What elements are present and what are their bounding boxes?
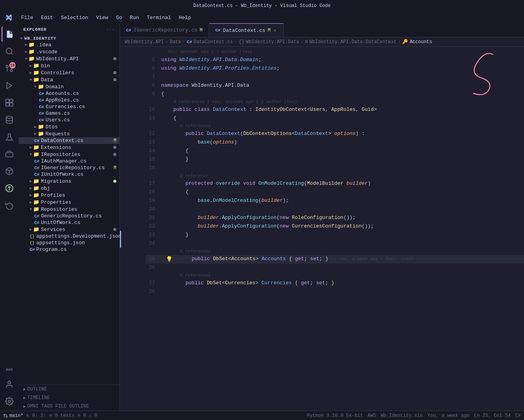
code-line-5: 5 using WbIdentity.API.Data.Domain; xyxy=(146,56,524,65)
location-status[interactable]: Ln 25, Col 54 xyxy=(474,413,511,418)
tree-item-irepositories[interactable]: ▼ 📁 IRepositories xyxy=(19,151,120,158)
line-numbers xyxy=(120,47,139,411)
tree-item-games-cs[interactable]: C# Games.cs xyxy=(19,110,120,117)
breadcrumb-part-6[interactable]: Accounts xyxy=(410,39,432,45)
menu-go[interactable]: Go xyxy=(113,13,125,22)
code-line-20: 20 xyxy=(146,205,524,214)
menu-file[interactable]: File xyxy=(18,13,36,22)
tree-item-program-cs[interactable]: C# Program.cs xyxy=(19,246,120,253)
tree-item-idea[interactable]: ▶ 📁 .idea xyxy=(19,41,120,48)
code-line-22: 22 builder.ApplyConfiguration(new Curren… xyxy=(146,222,524,231)
sidebar-menu-icon[interactable]: ··· xyxy=(106,27,115,32)
breadcrumb-part-1[interactable]: WbIdentity.API xyxy=(125,39,164,45)
tree-item-repositories[interactable]: ▼ 📁 Repositories xyxy=(19,206,120,213)
tree-item-profiles[interactable]: ▶ 📁 Profiles xyxy=(19,192,120,199)
solution-label: Wb_Identity.sln xyxy=(381,413,423,418)
tree-item-appsettings-dev-json[interactable]: {} appsettings.Development.json xyxy=(19,233,120,240)
menu-selection[interactable]: Selection xyxy=(58,13,91,22)
menu-view[interactable]: View xyxy=(93,13,111,22)
code-editor[interactable]: You, seconds ago | 1 author (You) 5 usin… xyxy=(120,47,524,411)
tree-item-vscode[interactable]: ▶ 📁 .vscode xyxy=(19,48,120,55)
breadcrumb-part-5[interactable]: WbIdentity.API.Data.DataContext xyxy=(309,39,396,45)
svg-rect-12 xyxy=(6,152,13,157)
breadcrumb-part-3[interactable]: DataContext.cs xyxy=(193,39,233,45)
status-bar: main* ↻ 0↓ 2↑ ⊘ 0 tests ⊘ 0 △ 0 Python 3… xyxy=(0,411,524,420)
solution-status[interactable]: Wb_Identity.sln xyxy=(381,413,423,418)
refresh-activity-icon[interactable] xyxy=(2,198,17,213)
explorer-activity-icon[interactable] xyxy=(2,26,17,42)
tree-item-genericrepo-cs[interactable]: C# GenericRepository.cs xyxy=(19,213,120,219)
blame-text-top: You, seconds ago | 1 author (You) xyxy=(161,49,252,56)
tree-item-domain[interactable]: ▼ 📁 Domain xyxy=(19,83,120,90)
menu-terminal[interactable]: Terminal xyxy=(144,13,174,22)
svg-point-17 xyxy=(4,414,5,415)
account-activity-icon[interactable] xyxy=(2,376,17,392)
aws-status[interactable]: AWS xyxy=(368,413,376,418)
search-activity-icon[interactable] xyxy=(2,44,17,59)
svg-rect-9 xyxy=(10,103,13,106)
tree-item-services[interactable]: ▶ 📁 Services xyxy=(19,226,120,233)
database-activity-icon[interactable] xyxy=(2,112,17,128)
run-debug-activity-icon[interactable] xyxy=(2,78,17,93)
errors-status[interactable]: ⊘ 0 △ 0 xyxy=(77,413,97,418)
tab-igenericrepo-label: IGenericRepository.cs xyxy=(134,27,197,33)
tree-item-requests[interactable]: ▶ 📁 Requests xyxy=(19,130,120,137)
tree-item-currencies-cs[interactable]: C# Currencies.cs xyxy=(19,103,120,110)
svg-point-16 xyxy=(6,416,7,417)
settings-activity-icon[interactable] xyxy=(2,394,17,409)
svg-rect-8 xyxy=(6,103,9,106)
tree-item-dtos[interactable]: ▶ 📁 Dtos xyxy=(19,123,120,130)
python-status[interactable]: Python 3.10.0 64-bit xyxy=(307,413,363,418)
menu-edit[interactable]: Edit xyxy=(38,13,56,22)
menu-run[interactable]: Run xyxy=(127,13,142,22)
breadcrumb-part-2[interactable]: Data xyxy=(170,39,181,45)
tree-item-iauthmanager-cs[interactable]: C# IAuthManager.cs xyxy=(19,158,120,164)
coauthor-status: You, a week ago xyxy=(427,413,469,418)
breadcrumb-key-icon: 🔑 xyxy=(402,39,408,45)
omni-tags-section[interactable]: ▶ OMNI TAGS FILE OUTLINE xyxy=(19,402,120,411)
sync-status[interactable]: ↻ 0↓ 2↑ xyxy=(26,413,46,418)
language-status[interactable]: C# xyxy=(515,413,521,418)
breadcrumb-brace-icon: {} xyxy=(239,39,244,45)
package-activity-icon[interactable] xyxy=(2,163,17,179)
tree-item-datacontext-cs[interactable]: C# DataContext.cs M xyxy=(19,137,120,144)
code-line-19: 19 base.OnModelCreating(builder); xyxy=(146,197,524,205)
tab-close-icon[interactable]: ✕ xyxy=(273,27,277,34)
breadcrumb-part-4[interactable]: WbIdentity.API.Data xyxy=(246,39,299,45)
tab-datacontext[interactable]: C# DataContext.cs M ✕ xyxy=(209,23,284,37)
timeline-section[interactable]: ▶ TIMELINE xyxy=(19,394,120,402)
code-line-9: 9 { xyxy=(146,90,524,99)
git-branch[interactable]: main* xyxy=(3,413,23,418)
tree-item-accounts-cs[interactable]: C# Accounts.cs xyxy=(19,90,120,97)
lightbulb-icon[interactable]: 💡 xyxy=(166,255,172,264)
tree-item-data[interactable]: ▼ 📁 Data xyxy=(19,76,120,83)
leaf-activity-icon[interactable] xyxy=(2,180,17,196)
docker-activity-icon[interactable] xyxy=(2,146,17,162)
outline-section[interactable]: ▶ OUTLINE xyxy=(19,385,120,394)
flask-activity-icon[interactable] xyxy=(2,129,17,145)
source-control-activity-icon[interactable]: 10 xyxy=(2,61,17,76)
extensions-activity-icon[interactable] xyxy=(2,95,17,110)
tree-item-controllers[interactable]: ▶ 📁 Controllers xyxy=(19,69,120,76)
tests-status[interactable]: ⊘ 0 tests xyxy=(49,413,74,418)
tree-item-properties[interactable]: ▶ 📁 Properties xyxy=(19,199,120,206)
tree-item-migrations[interactable]: ▶ 📁 Migrations xyxy=(19,178,120,185)
menu-bar: File Edit Selection View Go Run Terminal… xyxy=(0,12,524,23)
tree-item-iunitofwork-cs[interactable]: C# IUnitOfWork.cs xyxy=(19,171,120,178)
tree-root[interactable]: ▼ WB_IDENTITY xyxy=(19,36,120,41)
code-line-15: 15 } xyxy=(146,156,524,164)
tree-item-bin[interactable]: ▶ 📁 bin xyxy=(19,62,120,69)
tree-item-approles-cs[interactable]: C# AppRoles.cs xyxy=(19,97,120,103)
menu-help[interactable]: Help xyxy=(176,13,194,22)
tree-item-users-cs[interactable]: C# Users.cs xyxy=(19,117,120,123)
tree-item-appsettings-json[interactable]: {} appsettings.json xyxy=(19,240,120,246)
code-line-27: 27 public DbSet<Currencies> Currencies {… xyxy=(146,279,524,288)
tree-item-igenericrepo-cs[interactable]: C# IGenericRepository.cs M xyxy=(19,164,120,171)
tab-igenericrepo[interactable]: C# IGenericRepository.cs M xyxy=(120,23,209,37)
tree-item-unitofwork-cs[interactable]: C# UnitOfWork.cs xyxy=(19,219,120,226)
code-content[interactable]: You, seconds ago | 1 author (You) 5 usin… xyxy=(139,47,524,411)
tree-item-extensions[interactable]: ▶ 📁 Extensions xyxy=(19,144,120,151)
code-line-21: 21 builder.ApplyConfiguration(new RoleCo… xyxy=(146,214,524,222)
tree-item-obj[interactable]: ▶ 📁 obj xyxy=(19,185,120,192)
tree-item-wbidentity[interactable]: ▼ 📁 WbIdentity.API xyxy=(19,55,120,62)
